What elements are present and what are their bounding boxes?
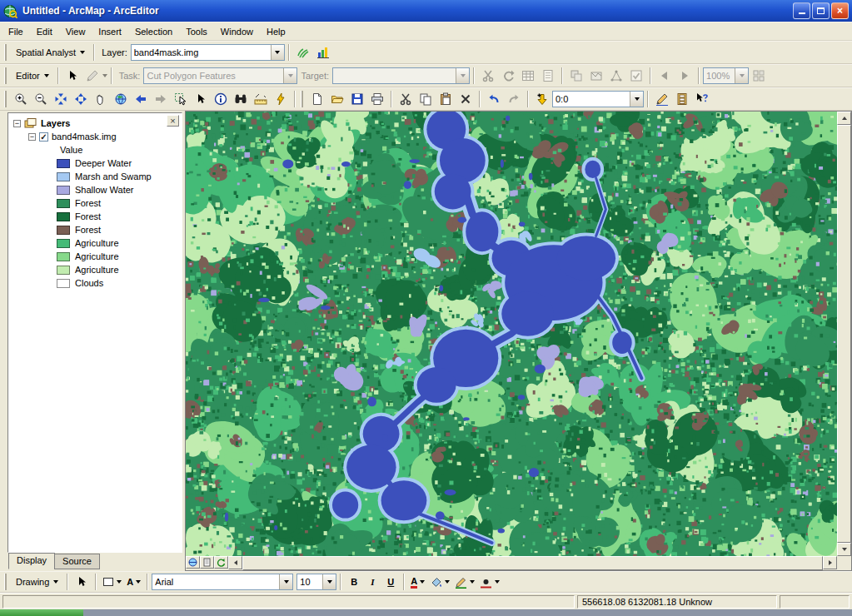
- chevron-down-icon: [445, 580, 450, 584]
- editor-menu-button[interactable]: Editor: [11, 67, 54, 85]
- collapse-icon[interactable]: −: [28, 133, 36, 141]
- new-map-button[interactable]: [307, 90, 327, 108]
- scroll-up-button[interactable]: [837, 112, 851, 125]
- select-elements-button[interactable]: [72, 573, 92, 591]
- map-scale-arrow[interactable]: [630, 92, 643, 107]
- text-tool-button[interactable]: A: [124, 573, 143, 591]
- menu-edit[interactable]: Edit: [30, 25, 59, 38]
- toolbar-grip[interactable]: [4, 574, 7, 590]
- fixed-zoom-in-button[interactable]: [51, 90, 71, 108]
- menu-window[interactable]: Window: [214, 25, 260, 38]
- menu-file[interactable]: File: [2, 25, 30, 38]
- tab-display[interactable]: Display: [8, 553, 55, 569]
- select-elements-button[interactable]: [191, 90, 211, 108]
- fill-color-button[interactable]: [427, 573, 452, 591]
- full-extent-button[interactable]: [111, 90, 131, 108]
- horizontal-scroll-thumb[interactable]: [242, 556, 823, 570]
- vertical-scrollbar[interactable]: [837, 112, 851, 556]
- scroll-down-button[interactable]: [837, 543, 851, 556]
- toolbar-grip[interactable]: [4, 67, 7, 84]
- menu-tools[interactable]: Tools: [179, 25, 214, 38]
- maximize-button[interactable]: [812, 2, 830, 19]
- vertical-scroll-thumb[interactable]: [837, 125, 851, 543]
- hyperlink-button[interactable]: [271, 90, 291, 108]
- toolbar-grip[interactable]: [4, 91, 7, 107]
- minimize-button[interactable]: [793, 2, 810, 19]
- create-contour-button[interactable]: [293, 43, 313, 62]
- add-data-button[interactable]: [532, 90, 552, 108]
- close-button[interactable]: ×: [831, 2, 849, 19]
- menu-insert[interactable]: Insert: [92, 25, 128, 38]
- menu-help[interactable]: Help: [260, 25, 292, 38]
- spatial-analyst-menu-button[interactable]: Spatial Analyst: [11, 43, 90, 62]
- go-back-extent-button[interactable]: [131, 90, 151, 108]
- find-button[interactable]: [231, 90, 251, 108]
- collapse-icon[interactable]: −: [13, 120, 21, 127]
- print-button[interactable]: [367, 90, 387, 108]
- menu-view[interactable]: View: [59, 25, 92, 38]
- font-combobox[interactable]: Arial: [152, 574, 293, 590]
- fixed-zoom-out-button[interactable]: [71, 90, 91, 108]
- legend-swatch[interactable]: [57, 186, 70, 195]
- layer-visibility-checkbox[interactable]: ✓: [39, 132, 48, 142]
- zoom-in-button[interactable]: [11, 90, 31, 108]
- map-scale-combobox[interactable]: 0:0: [552, 91, 644, 107]
- chevron-down-icon: [420, 580, 425, 584]
- toolbar-grip[interactable]: [4, 44, 7, 61]
- legend-swatch[interactable]: [57, 199, 70, 208]
- layout-view-button[interactable]: [200, 556, 214, 569]
- font-size-combobox[interactable]: 10: [296, 574, 336, 590]
- legend-swatch[interactable]: [57, 279, 70, 288]
- copy-button[interactable]: [416, 90, 436, 108]
- tab-source[interactable]: Source: [54, 554, 100, 569]
- legend-swatch[interactable]: [57, 252, 70, 261]
- open-button[interactable]: [327, 90, 347, 108]
- toc-close-button[interactable]: ×: [167, 115, 179, 127]
- menu-selection[interactable]: Selection: [128, 25, 179, 38]
- legend-swatch[interactable]: [57, 159, 70, 168]
- legend-swatch[interactable]: [57, 172, 70, 181]
- arccatalog-button[interactable]: [672, 90, 692, 108]
- legend-swatch[interactable]: [57, 239, 70, 248]
- pan-button[interactable]: [91, 90, 111, 108]
- save-button[interactable]: [347, 90, 367, 108]
- legend-swatch[interactable]: [57, 266, 70, 275]
- font-color-button[interactable]: A: [408, 573, 427, 591]
- editor-toolbar-toggle-button[interactable]: [652, 90, 672, 108]
- map-canvas[interactable]: [186, 112, 837, 556]
- cut-button[interactable]: [396, 90, 416, 108]
- data-view-button[interactable]: [186, 556, 200, 569]
- layer-combobox[interactable]: band4mask.img: [131, 44, 285, 61]
- whats-this-button[interactable]: [692, 90, 712, 108]
- drawing-menu-button[interactable]: Drawing: [11, 573, 63, 591]
- font-combobox-arrow[interactable]: [279, 574, 292, 589]
- scroll-right-button[interactable]: [823, 556, 837, 569]
- scroll-left-button[interactable]: [228, 556, 242, 569]
- refresh-view-button[interactable]: [214, 556, 228, 569]
- identify-button[interactable]: [211, 90, 231, 108]
- edit-tool-button[interactable]: [62, 67, 82, 85]
- file-cabinet-icon: [675, 92, 689, 106]
- select-features-button[interactable]: [171, 90, 191, 108]
- marker-color-button[interactable]: [477, 573, 502, 591]
- toc-root-row[interactable]: − Layers: [8, 117, 182, 130]
- italic-button[interactable]: I: [363, 574, 381, 590]
- undo-button[interactable]: [484, 90, 504, 108]
- bold-button[interactable]: B: [345, 574, 363, 590]
- measure-button[interactable]: [251, 90, 271, 108]
- arcmap-app-icon[interactable]: [3, 3, 18, 18]
- toolbar-grip[interactable]: [301, 91, 303, 107]
- histogram-button[interactable]: [313, 43, 333, 62]
- layer-combobox-arrow[interactable]: [271, 45, 284, 60]
- zoom-out-button[interactable]: [31, 90, 51, 108]
- toc-layer-row[interactable]: − ✓ band4mask.img: [8, 130, 182, 143]
- line-color-button[interactable]: [452, 573, 477, 591]
- shape-tool-button[interactable]: [100, 573, 124, 591]
- font-size-arrow[interactable]: [322, 574, 336, 589]
- paste-button[interactable]: [436, 90, 456, 108]
- horizontal-scrollbar[interactable]: [186, 556, 837, 570]
- legend-swatch[interactable]: [57, 226, 70, 235]
- underline-button[interactable]: U: [381, 574, 400, 590]
- delete-button[interactable]: [456, 90, 476, 108]
- legend-swatch[interactable]: [57, 212, 70, 221]
